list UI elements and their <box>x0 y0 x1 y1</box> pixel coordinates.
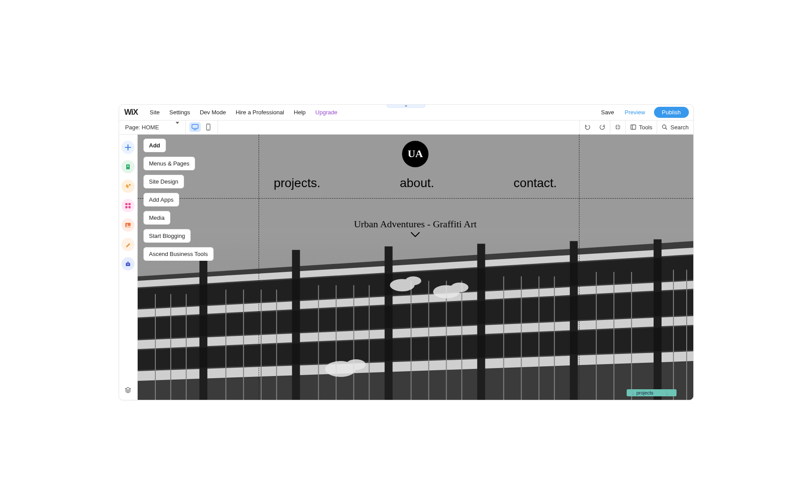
site-logo-badge[interactable]: UA <box>402 141 429 167</box>
tooltip-menus-pages[interactable]: Menus & Pages <box>143 157 195 170</box>
chevron-down-icon <box>410 232 420 238</box>
desktop-icon <box>192 124 199 130</box>
leftbar-design-button[interactable] <box>121 180 135 193</box>
site-nav: projects. about. contact. <box>138 176 693 190</box>
background-building-image <box>138 229 693 400</box>
svg-point-2 <box>208 129 209 130</box>
desktop-view-button[interactable] <box>189 122 201 132</box>
search-icon <box>662 124 668 130</box>
svg-line-6 <box>665 128 667 129</box>
chevron-down-icon <box>176 122 179 131</box>
pen-icon <box>125 241 131 248</box>
leftbar-apps-button[interactable] <box>121 199 135 212</box>
right-guide-line <box>579 135 579 400</box>
canvas[interactable]: UA projects. about. contact. Urban Adven… <box>138 135 693 400</box>
left-guide-line <box>259 135 259 400</box>
search-button[interactable]: Search <box>657 120 693 134</box>
leftbar-add-button[interactable] <box>121 141 135 154</box>
publish-button[interactable]: Publish <box>654 107 689 118</box>
menu-upgrade[interactable]: Upgrade <box>311 109 342 116</box>
leftbar-blog-button[interactable] <box>121 238 135 251</box>
menu-help[interactable]: Help <box>289 109 311 116</box>
undo-icon <box>584 124 590 130</box>
menu-settings[interactable]: Settings <box>165 109 195 116</box>
panel-icon <box>630 124 636 130</box>
svg-rect-19 <box>128 264 128 265</box>
tooltip-media[interactable]: Media <box>143 211 170 225</box>
svg-point-10 <box>129 184 131 186</box>
layers-icon <box>124 387 132 394</box>
svg-rect-18 <box>127 262 129 263</box>
device-switcher <box>186 122 218 132</box>
svg-point-62 <box>451 282 468 292</box>
nav-link-projects[interactable]: projects. <box>274 176 320 190</box>
image-icon <box>125 222 131 228</box>
wix-logo[interactable]: WiX <box>124 108 138 117</box>
search-label: Search <box>670 124 688 131</box>
svg-rect-8 <box>127 165 129 166</box>
plus-icon <box>124 144 132 151</box>
save-button[interactable]: Save <box>596 109 620 116</box>
svg-point-60 <box>405 276 421 285</box>
menu-devmode[interactable]: Dev Mode <box>195 109 231 116</box>
mobile-view-button[interactable] <box>203 122 214 132</box>
paint-icon <box>124 183 132 190</box>
leftbar-ascend-button[interactable] <box>121 257 135 271</box>
svg-rect-9 <box>127 166 129 167</box>
leftbar-layers-button[interactable] <box>124 387 132 395</box>
svg-point-16 <box>127 224 128 225</box>
toolbar: Page: HOME Tools S <box>119 120 693 135</box>
page-icon <box>125 164 131 170</box>
anchor-indicator[interactable]: projects <box>627 389 677 396</box>
tooltip-add-apps[interactable]: Add Apps <box>143 193 180 207</box>
svg-rect-13 <box>125 206 128 208</box>
anchor-label: projects <box>636 390 654 395</box>
preview-button[interactable]: Preview <box>620 109 650 116</box>
tooltip-ascend[interactable]: Ascend Business Tools <box>143 247 214 261</box>
left-sidebar <box>119 135 138 400</box>
tooltip-start-blogging[interactable]: Start Blogging <box>143 229 191 243</box>
redo-button[interactable] <box>595 120 610 134</box>
briefcase-icon <box>125 261 131 267</box>
leftbar-tooltips: Add Menus & Pages Site Design Add Apps M… <box>143 139 214 261</box>
svg-rect-14 <box>128 206 131 208</box>
scroll-down-arrow[interactable] <box>410 232 420 240</box>
tools-label: Tools <box>639 124 652 131</box>
collapse-icon <box>615 124 621 130</box>
leftbar-pages-button[interactable] <box>121 160 135 173</box>
site-page-title[interactable]: Urban Adventures - Graffiti Art <box>138 218 693 230</box>
page-selector-prefix: Page: HOME <box>125 124 159 131</box>
nav-link-contact[interactable]: contact. <box>514 176 557 190</box>
svg-rect-12 <box>128 203 131 205</box>
tools-button[interactable]: Tools <box>625 120 657 134</box>
apps-grid-icon <box>125 203 131 209</box>
nav-link-about[interactable]: about. <box>400 176 434 190</box>
mobile-icon <box>206 124 211 131</box>
menu-hire-professional[interactable]: Hire a Professional <box>231 109 289 116</box>
leftbar-media-button[interactable] <box>121 218 135 232</box>
tooltip-site-design[interactable]: Site Design <box>143 175 184 188</box>
svg-rect-3 <box>631 125 635 129</box>
tooltip-add[interactable]: Add <box>143 139 166 152</box>
svg-rect-0 <box>192 124 198 128</box>
page-selector[interactable]: Page: HOME <box>119 120 185 134</box>
redo-icon <box>599 124 605 130</box>
editor-window: WiX Site Settings Dev Mode Hire a Profes… <box>119 104 694 400</box>
svg-rect-11 <box>125 203 128 205</box>
zoom-out-button[interactable] <box>610 120 625 134</box>
window-top-handle[interactable] <box>387 104 425 108</box>
undo-button[interactable] <box>579 120 595 134</box>
svg-point-64 <box>346 359 365 370</box>
menu-site[interactable]: Site <box>145 109 164 116</box>
